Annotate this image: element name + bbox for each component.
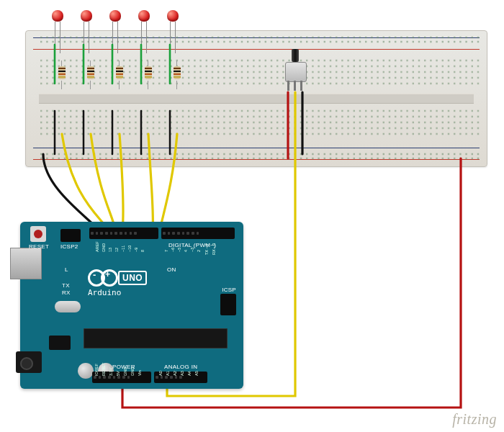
- breadboard-top-rail: [26, 35, 487, 53]
- led-4: [138, 10, 150, 24]
- potentiometer: [285, 49, 305, 91]
- circuit-diagram: RESET ICSP2 DIGITAL (PWM~) UNO Arduino O…: [0, 0, 504, 432]
- on-label: ON: [167, 266, 176, 273]
- fritzing-watermark: fritzing: [452, 411, 497, 428]
- resistor-3: [117, 60, 122, 85]
- icsp-label: ICSP: [222, 287, 236, 293]
- led-5: [167, 10, 179, 24]
- analog-section-label: ANALOG IN: [164, 364, 197, 370]
- breadboard-tie-points: [39, 57, 474, 140]
- reset-label: RESET: [29, 243, 49, 250]
- digital-header-right: [161, 228, 235, 239]
- capacitor-1: [78, 363, 94, 379]
- arduino-uno-board: RESET ICSP2 DIGITAL (PWM~) UNO Arduino O…: [20, 222, 243, 389]
- breadboard: [25, 30, 487, 167]
- icsp2-label: ICSP2: [60, 243, 78, 250]
- l-label: L: [65, 266, 68, 273]
- led-3: [109, 10, 121, 24]
- rx-label: RX: [62, 289, 71, 296]
- usb-port: [10, 248, 42, 279]
- voltage-regulator: [49, 336, 71, 350]
- resistor-2: [89, 60, 93, 85]
- power-jack: [16, 351, 42, 373]
- breadboard-bottom-rail: [26, 145, 487, 162]
- resistor-4: [146, 60, 150, 85]
- led-1: [52, 10, 63, 24]
- tx-label: TX: [62, 282, 70, 289]
- arduino-logo: UNO: [88, 269, 147, 287]
- board-model: UNO: [118, 271, 147, 285]
- atmega-chip: [84, 328, 228, 348]
- resistor-1: [60, 60, 64, 85]
- crystal-oscillator: [55, 301, 81, 312]
- digital-header-left: [89, 228, 158, 239]
- resistor-5: [175, 60, 179, 85]
- reset-button[interactable]: [30, 226, 46, 242]
- led-2: [81, 10, 92, 24]
- icsp-header: [220, 294, 236, 315]
- board-name: Arduino: [88, 288, 121, 297]
- icsp2-header: [60, 229, 81, 242]
